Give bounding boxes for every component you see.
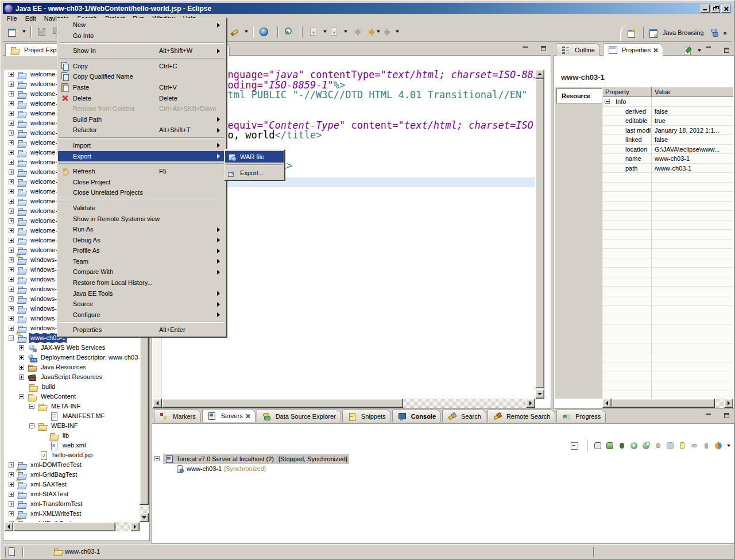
expand-icon[interactable] bbox=[9, 238, 14, 243]
editor-scroll-right[interactable] bbox=[526, 399, 535, 408]
property-row-location[interactable]: locationG:\JAVA\eclipse\www... bbox=[602, 145, 733, 155]
war-file-menu-item[interactable]: WAR file bbox=[225, 151, 284, 163]
expand-icon[interactable] bbox=[9, 130, 14, 136]
show-in-menu-item[interactable]: Show InAlt+Shift+W bbox=[58, 45, 226, 56]
show-in-remote-systems-view-menu-item[interactable]: Show in Remote Systems view bbox=[58, 214, 226, 225]
tree-item-manifest-mf[interactable]: MANIFEST.MF bbox=[4, 411, 141, 421]
property-row-last-modified[interactable]: last modifiedJanuary 18, 2012 1:1... bbox=[602, 126, 733, 136]
tree-item-xml-transformtest[interactable]: xml-TransformTest bbox=[4, 499, 141, 509]
refactor-menu-item[interactable]: RefactorAlt+Shift+T bbox=[58, 125, 226, 136]
tab-resource[interactable]: Resource bbox=[556, 88, 602, 103]
minimize-button[interactable] bbox=[701, 5, 710, 13]
build-path-menu-item[interactable]: Build Path bbox=[58, 114, 226, 125]
highlight-button[interactable] bbox=[230, 26, 243, 40]
expand-icon[interactable] bbox=[9, 511, 14, 516]
refresh-menu-item[interactable]: RefreshF5 bbox=[58, 166, 226, 177]
column-property[interactable]: Property bbox=[602, 87, 652, 97]
expand-icon[interactable] bbox=[9, 228, 14, 233]
editor-minimize-icon[interactable] bbox=[521, 45, 536, 56]
collapse-all-icon[interactable] bbox=[570, 441, 579, 450]
expand-icon[interactable] bbox=[9, 501, 14, 507]
new-wizard-button[interactable] bbox=[7, 26, 21, 40]
remove-from-context-menu-item[interactable]: Remove from ContextCtrl+Alt+Shift+Down bbox=[58, 103, 226, 114]
save-button[interactable] bbox=[37, 26, 51, 40]
tree-item-hello-world-jsp[interactable]: hello-world.jsp bbox=[4, 450, 141, 460]
servers-view-menu-icon[interactable] bbox=[727, 445, 730, 449]
properties-scroll-right[interactable] bbox=[724, 399, 733, 408]
restore-button[interactable] bbox=[711, 5, 720, 13]
tree-item-lib[interactable]: lib bbox=[4, 431, 141, 441]
tree-horizontal-scrollbar[interactable] bbox=[4, 522, 140, 531]
team-menu-item[interactable]: Team bbox=[58, 256, 226, 267]
tree-item-web-xml[interactable]: web.xml bbox=[4, 441, 141, 450]
expand-icon[interactable] bbox=[9, 267, 14, 272]
expand-icon[interactable] bbox=[9, 160, 14, 165]
properties-maximize-icon[interactable] bbox=[723, 47, 731, 54]
security-icon[interactable] bbox=[702, 441, 711, 450]
run-as-menu-item[interactable]: Run As bbox=[58, 224, 226, 235]
property-row-linked[interactable]: linkedfalse bbox=[602, 135, 733, 145]
properties-hscroll-thumb[interactable] bbox=[612, 399, 715, 408]
expand-icon[interactable] bbox=[9, 82, 14, 87]
database-perspective-icon[interactable] bbox=[710, 28, 719, 37]
profile-server-icon[interactable] bbox=[641, 441, 651, 450]
source-menu-item[interactable]: Source bbox=[58, 299, 226, 310]
debug-server-icon[interactable] bbox=[617, 441, 626, 450]
server-row-tomcat[interactable]: Tomcat v7.0 Server at localhost (2) [Sto… bbox=[154, 454, 732, 464]
import-menu-item[interactable]: Import bbox=[58, 140, 226, 151]
next-annotation-button[interactable] bbox=[308, 26, 322, 40]
expand-icon[interactable] bbox=[9, 296, 14, 302]
expand-icon[interactable] bbox=[9, 482, 14, 487]
server-row-module[interactable]: www-ch03-1 [Synchronized] bbox=[154, 464, 732, 473]
export-config-icon[interactable] bbox=[605, 441, 614, 450]
tree-item-jax-ws-web-services[interactable]: JAX-WS Web Services bbox=[4, 343, 141, 353]
tree-item-xml-xmlwritetest[interactable]: xml-XMLWriteTest bbox=[4, 509, 141, 519]
property-row-path[interactable]: path/www-ch03-1 bbox=[602, 164, 733, 173]
editor-horizontal-scrollbar[interactable] bbox=[153, 399, 535, 408]
stop-server-icon[interactable] bbox=[653, 441, 663, 450]
servers-close-icon[interactable] bbox=[245, 414, 250, 419]
restore-from-local-history-menu-item[interactable]: Restore from Local History... bbox=[58, 277, 226, 288]
expand-icon[interactable] bbox=[9, 208, 14, 214]
close-unrelated-projects-menu-item[interactable]: Close Unrelated Projects bbox=[58, 187, 226, 198]
perspective-overflow-chevron[interactable]: » bbox=[724, 29, 727, 36]
expand-icon[interactable] bbox=[9, 101, 14, 106]
expand-icon[interactable] bbox=[9, 179, 14, 184]
menu-file[interactable]: File bbox=[3, 14, 21, 23]
collapse-icon[interactable] bbox=[605, 99, 610, 104]
tab-remote-search[interactable]: Remote Search bbox=[488, 410, 555, 422]
validate-menu-item[interactable]: Validate bbox=[58, 203, 226, 214]
expand-icon[interactable] bbox=[9, 287, 14, 292]
compare-with-menu-item[interactable]: Compare With bbox=[58, 267, 226, 277]
menu-edit[interactable]: Edit bbox=[21, 14, 40, 23]
tab-snippets[interactable]: Snippets bbox=[342, 410, 391, 422]
collapse-icon[interactable] bbox=[19, 394, 24, 399]
java-browsing-perspective-button[interactable]: Java Browsing bbox=[663, 29, 704, 36]
expand-icon[interactable] bbox=[9, 326, 14, 331]
collapse-icon[interactable] bbox=[29, 423, 34, 428]
paste-menu-item[interactable]: PasteCtrl+V bbox=[58, 82, 226, 93]
tab-outline[interactable]: Outline bbox=[556, 43, 600, 56]
server-expander-icon[interactable] bbox=[154, 456, 160, 461]
expand-icon[interactable] bbox=[9, 248, 14, 253]
close-project-menu-item[interactable]: Close Project bbox=[58, 177, 226, 188]
copy-qualified-name-menu-item[interactable]: Copy Qualified Name bbox=[58, 71, 226, 82]
java-ee-tools-menu-item[interactable]: Java EE Tools bbox=[58, 288, 226, 299]
tree-item-xml-domtreetest[interactable]: xml-DOMTreeTest bbox=[4, 460, 141, 470]
java-browsing-perspective-icon[interactable] bbox=[649, 28, 658, 37]
forward-button[interactable] bbox=[383, 28, 394, 36]
editor-scroll-up[interactable] bbox=[535, 69, 544, 79]
tab-servers[interactable]: Servers bbox=[202, 409, 256, 422]
expand-icon[interactable] bbox=[9, 316, 14, 321]
pin-view-icon[interactable] bbox=[683, 47, 691, 55]
tab-progress[interactable]: Progress bbox=[556, 410, 606, 422]
back-button[interactable] bbox=[364, 28, 376, 36]
prev-annotation-button[interactable] bbox=[329, 26, 343, 40]
expand-icon[interactable] bbox=[19, 345, 24, 350]
new-menu-item[interactable]: New bbox=[58, 20, 226, 30]
expand-icon[interactable] bbox=[9, 121, 14, 126]
tree-scroll-down[interactable] bbox=[140, 513, 149, 522]
fast-view-icon[interactable] bbox=[9, 547, 15, 556]
editor-scroll-down[interactable] bbox=[535, 389, 544, 399]
expand-icon[interactable] bbox=[9, 111, 14, 116]
